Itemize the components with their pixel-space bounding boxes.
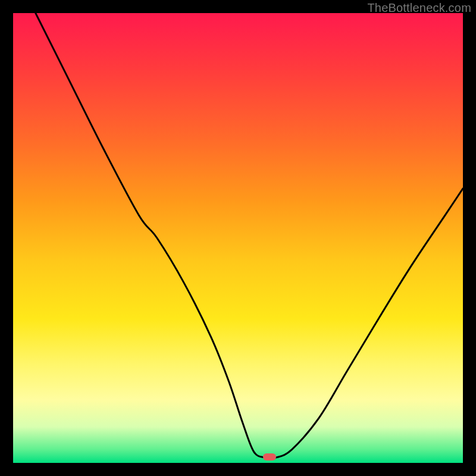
bottleneck-curve bbox=[13, 13, 463, 463]
chart-container: TheBottleneck.com bbox=[0, 0, 476, 476]
plot-area bbox=[13, 13, 463, 463]
minimum-marker bbox=[263, 453, 276, 461]
